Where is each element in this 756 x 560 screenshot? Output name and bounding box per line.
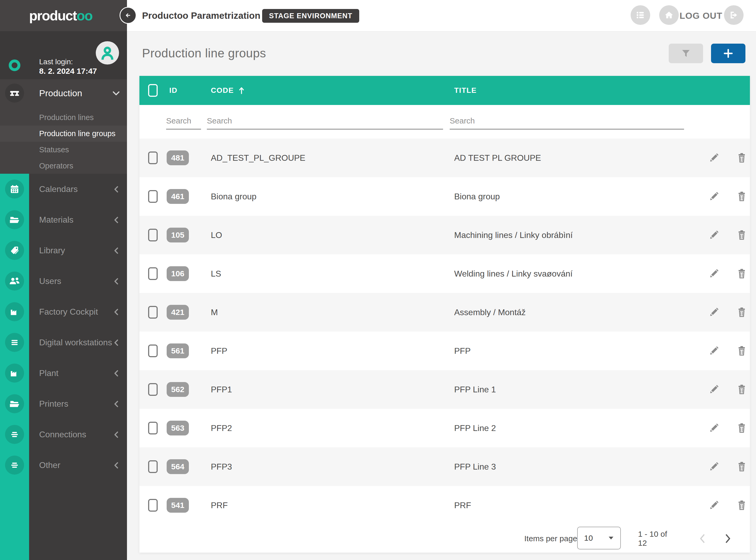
search-input-code[interactable] (207, 113, 443, 129)
edit-button[interactable] (708, 306, 720, 318)
edit-button[interactable] (708, 384, 720, 395)
delete-button[interactable] (736, 152, 748, 164)
logout-button[interactable] (724, 5, 743, 25)
sidebar-item[interactable]: Materials (0, 204, 127, 235)
edit-button[interactable] (708, 499, 720, 511)
row-checkbox[interactable] (148, 460, 158, 473)
sidebar-item-label[interactable]: Calendars (39, 174, 78, 204)
plus-icon (722, 47, 734, 59)
logout-label[interactable]: LOG OUT (677, 0, 725, 31)
row-checkbox[interactable] (148, 422, 158, 435)
search-input-id[interactable] (166, 113, 201, 129)
sidebar-item[interactable]: Connections (0, 419, 127, 450)
edit-button[interactable] (708, 152, 720, 164)
sidebar-subitem-label[interactable]: Operators (39, 162, 73, 170)
sidebar-item-label[interactable]: Digital workstations (39, 327, 112, 358)
sidebar-subitem-label[interactable]: Production line groups (39, 129, 116, 138)
filter-lines-icon[interactable] (5, 425, 24, 444)
avatar[interactable] (96, 41, 119, 64)
menu-list-button[interactable] (631, 5, 650, 25)
sidebar-subitem[interactable]: Operators (0, 158, 127, 174)
home-button[interactable] (659, 5, 679, 25)
sidebar-subitem[interactable]: Production line groups (0, 125, 127, 142)
factory-icon[interactable] (5, 363, 24, 383)
sidebar-item-label[interactable]: Other (39, 450, 60, 480)
column-header-title[interactable]: TITLE (454, 76, 477, 105)
sidebar-subitem-label[interactable]: Statuses (39, 145, 69, 154)
delete-button[interactable] (736, 306, 748, 318)
tag-icon[interactable] (5, 241, 24, 260)
row-checkbox[interactable] (148, 383, 158, 396)
select-all-checkbox[interactable] (148, 84, 158, 97)
delete-button[interactable] (736, 422, 748, 434)
open-folder-icon[interactable] (5, 394, 24, 413)
sidebar-subitem[interactable]: Production lines (0, 109, 127, 125)
filter-lines-icon[interactable] (5, 456, 24, 475)
sidebar-item[interactable]: Other (0, 450, 127, 480)
row-checkbox[interactable] (148, 499, 158, 512)
users-icon[interactable] (5, 272, 24, 291)
sort-up-icon (237, 86, 246, 95)
delete-button[interactable] (736, 229, 748, 241)
id-badge: 461 (167, 189, 189, 204)
id-badge: 562 (167, 382, 189, 397)
sidebar-item-label[interactable]: Library (39, 235, 65, 266)
sidebar-item-label[interactable]: Materials (39, 204, 74, 235)
filter-button[interactable] (669, 44, 703, 63)
sidebar-item-label[interactable]: Plant (39, 358, 58, 388)
delete-button[interactable] (736, 268, 748, 279)
sidebar-subitem[interactable]: Statuses (0, 142, 127, 158)
sidebar-item-label[interactable]: Production (39, 79, 82, 107)
edit-button[interactable] (708, 345, 720, 357)
column-header-code[interactable]: CODE (211, 76, 246, 105)
row-checkbox[interactable] (148, 306, 158, 319)
pencil-icon (709, 307, 719, 318)
sidebar-item-label[interactable]: Factory Cockpit (39, 296, 98, 327)
delete-button[interactable] (736, 499, 748, 511)
previous-page-button[interactable] (697, 533, 708, 544)
table-row: 563 PFP2 PFP Line 2 (139, 409, 750, 447)
sidebar-item[interactable]: Library (0, 235, 127, 266)
chevron-down-icon (111, 88, 121, 98)
search-input-title[interactable] (450, 113, 684, 129)
items-per-page-select[interactable]: 10 (577, 527, 621, 549)
sidebar-item[interactable]: Factory Cockpit (0, 296, 127, 327)
edit-button[interactable] (708, 422, 720, 434)
sidebar-subitem-label[interactable]: Production lines (39, 113, 94, 122)
sidebar-item[interactable]: Digital workstations (0, 327, 127, 358)
row-checkbox[interactable] (148, 267, 158, 280)
row-checkbox[interactable] (148, 152, 158, 164)
row-checkbox[interactable] (148, 344, 158, 357)
sidebar-item-label[interactable]: Users (39, 266, 61, 296)
row-checkbox[interactable] (148, 190, 158, 203)
menu-lines-icon[interactable] (5, 333, 24, 352)
next-page-button[interactable] (722, 533, 734, 544)
sidebar-item[interactable]: Users (0, 266, 127, 296)
delete-button[interactable] (736, 461, 748, 473)
sidebar-item-label[interactable]: Printers (39, 388, 68, 419)
delete-button[interactable] (736, 384, 748, 395)
pencil-icon (709, 191, 719, 202)
production-line-icon[interactable] (5, 83, 24, 103)
delete-button[interactable] (736, 191, 748, 202)
edit-button[interactable] (708, 461, 720, 473)
edit-button[interactable] (708, 268, 720, 279)
column-header-id[interactable]: ID (169, 76, 177, 105)
sidebar-item[interactable]: Calendars (0, 174, 127, 204)
sidebar-item[interactable]: Printers (0, 388, 127, 419)
row-checkbox[interactable] (148, 229, 158, 241)
edit-button[interactable] (708, 191, 720, 202)
sidebar-item-production[interactable]: Production (0, 79, 127, 107)
factory-icon[interactable] (5, 302, 24, 321)
back-arrow-icon (124, 11, 132, 20)
title-cell: PFP Line 2 (454, 409, 496, 447)
sidebar-item[interactable]: Plant (0, 358, 127, 388)
open-folder-icon[interactable] (5, 210, 24, 229)
collapse-sidebar-button[interactable] (120, 7, 136, 24)
add-button[interactable] (711, 44, 745, 63)
calendar-icon[interactable] (5, 180, 24, 199)
sidebar-item-label[interactable]: Connections (39, 419, 86, 450)
edit-button[interactable] (708, 229, 720, 241)
delete-button[interactable] (736, 345, 748, 357)
items-per-page-value: 10 (584, 534, 593, 543)
